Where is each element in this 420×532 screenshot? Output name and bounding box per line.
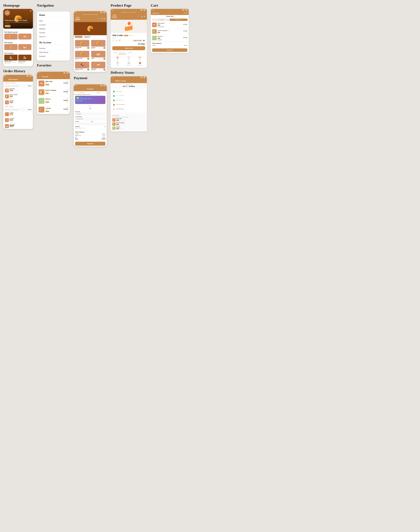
checkout-button[interactable]: Checkout bbox=[152, 48, 187, 52]
pay-subtotal-row: Subtotal $29.50 bbox=[75, 133, 105, 135]
cart-order-summary: Order Summary Subtotal $29.50 bbox=[151, 42, 189, 47]
croissant-add[interactable]: + bbox=[103, 47, 105, 49]
product-info-section: Mille Feuille Pastries ⭐ 4.6 20 pc left … bbox=[111, 33, 147, 68]
cart-item-3-variant[interactable]: Pistachio ▾ bbox=[158, 39, 162, 41]
kouign-add[interactable]: + bbox=[87, 47, 89, 49]
croissant-heart[interactable]: ♡ bbox=[104, 40, 105, 42]
homepage-phone: 🥐 ☰ PATCHÉRIE Welcome to Patisserie Chér… bbox=[3, 9, 33, 66]
canele-heart[interactable]: ♡ bbox=[104, 51, 105, 53]
mille-add[interactable]: + bbox=[103, 69, 105, 71]
fav-add-3[interactable]: + bbox=[63, 101, 68, 104]
ing-eggs: 🥚 Eggs bbox=[112, 56, 123, 60]
order-button[interactable]: Order bbox=[5, 25, 11, 27]
paypal-tab[interactable]: Paypal bbox=[90, 91, 107, 95]
tab-ingredients[interactable]: Ingredients bbox=[118, 51, 126, 54]
ingredient-grid: 🥚 Eggs 🥛 Milk 🌾 Flour 🧂 Sugar bbox=[112, 55, 145, 67]
nav-payments[interactable]: Payments bbox=[39, 54, 68, 58]
timeline-box: Order Placed 10-28-22 9:00am Order Confi… bbox=[112, 89, 146, 113]
cart-share-icon[interactable]: ↗ bbox=[183, 12, 185, 14]
add-to-cart-button[interactable]: Add to Cart bbox=[112, 46, 145, 50]
prod-cart-icon[interactable]: 🛍 bbox=[141, 16, 143, 17]
oh-header: ← Order History bbox=[3, 77, 33, 82]
fav-add-2[interactable]: + bbox=[63, 92, 68, 95]
eclair-add[interactable]: + bbox=[87, 69, 89, 71]
nav-chatbot[interactable]: Chat Bot bbox=[39, 31, 68, 35]
fullname-input[interactable] bbox=[75, 113, 105, 115]
eclair-heart[interactable]: ♡ bbox=[88, 62, 89, 63]
oh-item-1: 🍰 Mille Feuille Pastries Straw & Cream $… bbox=[3, 87, 33, 93]
fav-heart-4[interactable]: ♥ bbox=[63, 107, 68, 108]
pain-heart[interactable]: ♡ bbox=[88, 51, 89, 53]
nav-favorites[interactable]: Favorites bbox=[39, 46, 68, 50]
product-mille: 🍰 ♡ Mille Fuille $5.50/pc + bbox=[90, 61, 106, 71]
nav-about[interactable]: About Us bbox=[39, 35, 68, 39]
product-heart-icon[interactable]: ♡ bbox=[144, 21, 146, 23]
card-page-dots bbox=[74, 105, 107, 107]
fav-add-4[interactable]: + bbox=[63, 110, 68, 113]
tab-allergens[interactable]: Allergens bbox=[126, 51, 133, 54]
pay-total-row: Total $38.10 bbox=[75, 138, 105, 140]
add-card-icon[interactable]: ⊕ bbox=[74, 107, 107, 110]
fav-heart-2[interactable]: ♥ bbox=[63, 89, 68, 91]
oh-back-icon[interactable]: ← bbox=[5, 78, 7, 80]
ing-strawberries: 🍓 Strawberries bbox=[135, 61, 145, 66]
fav-item-2: 🍞 Pain De Campagne ⭐ 4.6 Breads - ♥ $6.5… bbox=[37, 88, 70, 97]
search-icon[interactable]: 🔍 bbox=[98, 18, 100, 20]
menu-hamburger-icon[interactable]: ☰ bbox=[104, 18, 105, 20]
fav-add-1[interactable]: + bbox=[63, 84, 68, 86]
pickup-tab[interactable]: Pickup 🏠 bbox=[152, 19, 170, 21]
shipping-dropdown-arrow[interactable]: ▾ bbox=[105, 126, 105, 128]
product-kouign: 🥐 ♡ Kouign Amann $3.00/pc + bbox=[75, 39, 90, 50]
cardnum-field: Card Number bbox=[75, 116, 105, 120]
cardnum-input[interactable] bbox=[75, 118, 105, 120]
cart-close-icon[interactable]: ✕ bbox=[186, 12, 187, 14]
card-number-display: 5124 7912 3412 7453 bbox=[76, 98, 104, 100]
product-canele: 🍮 ♡ Canelé + bbox=[90, 50, 106, 60]
hero-title: Welcome to Patisserie Chérie bbox=[5, 19, 32, 21]
cart-phone: 9:00 ▌▌ ≋ ▌▌ Your Cart ↗ ✕ 6 Items Total… bbox=[151, 9, 189, 53]
product-image-area: 🍰 ♡ bbox=[111, 20, 147, 33]
nav-locations[interactable]: Locations bbox=[39, 23, 68, 27]
prod-search-icon[interactable]: 🔍 bbox=[138, 16, 140, 17]
cart-item-1-variant[interactable]: Straw & Cream ▾ bbox=[158, 26, 165, 27]
browse-header-icons: 🔍 🛍 ☰ bbox=[98, 18, 105, 20]
payment-phone: 9:00 ▌▌ ≋ ▌▌ ← Payment Credit Card Paypa… bbox=[74, 85, 107, 146]
nav-shipping[interactable]: Shipping bbox=[39, 27, 68, 31]
delivery-filter[interactable]: Delivery ▾ bbox=[83, 36, 91, 38]
tab-storing[interactable]: Storing bbox=[112, 51, 118, 54]
pay-delivery-row: Delivery Fee $3.99 bbox=[75, 135, 105, 136]
specials-label: This Months Specials bbox=[4, 31, 32, 33]
product-tabs: Storing Ingredients Allergens bbox=[112, 51, 145, 54]
prod-menu-icon[interactable]: ☰ bbox=[144, 16, 145, 17]
est-delivery: Estimated Delivery: Nov 2 bbox=[75, 128, 105, 129]
mille-heart[interactable]: ♡ bbox=[104, 62, 105, 63]
cvv-input[interactable] bbox=[91, 123, 105, 125]
product-page-label: Product Page bbox=[111, 3, 147, 8]
cart-icon[interactable]: 🛍 bbox=[101, 18, 103, 20]
delivery-tab[interactable]: Delivery 🚚 bbox=[170, 19, 188, 21]
pastries-filter[interactable]: Pastries ▾ bbox=[75, 36, 82, 38]
qty-decrease[interactable]: − bbox=[112, 39, 115, 42]
prod-header-icons: 🔍 🛍 ☰ bbox=[138, 16, 145, 17]
expiry-cvv-row: Ex Date CVV bbox=[75, 121, 105, 126]
pain-add[interactable]: + bbox=[87, 58, 89, 60]
fav-heart-3[interactable]: ♥ bbox=[63, 98, 68, 100]
fav-heart-1[interactable]: ♥ bbox=[63, 80, 68, 82]
step-shipped: Ordered Shipped bbox=[113, 104, 144, 107]
nav-order-history[interactable]: Order History bbox=[39, 50, 68, 54]
favorites-phone: 9:00 ▌▌ ≋ ▌▌ ← Favorites 🍰 Mille Feuille… bbox=[37, 72, 70, 114]
payment-form: Full Name Card Number Ex Date CVV bbox=[74, 110, 107, 130]
variant-selector[interactable]: Straw & Cream bbox=[132, 40, 145, 42]
nav-menu[interactable]: Menu bbox=[39, 19, 68, 23]
qty-increase[interactable]: + bbox=[118, 39, 121, 42]
oh-status-bar: 9:00 ▌▌ ≋ ▌▌ bbox=[3, 75, 33, 77]
kouign-heart[interactable]: ♡ bbox=[88, 40, 89, 42]
canele-add[interactable]: + bbox=[103, 58, 105, 60]
pay-now-button[interactable]: Pay Now bbox=[75, 142, 105, 146]
delivery-back-icon[interactable]: ← bbox=[113, 80, 114, 82]
exdate-input[interactable] bbox=[75, 123, 90, 125]
menu-icon[interactable]: ☰ bbox=[30, 10, 32, 12]
product-stock: 20 pc left bbox=[112, 37, 145, 39]
credit-card-tab[interactable]: Credit Card bbox=[74, 91, 90, 95]
fav-back-icon[interactable]: ← bbox=[39, 75, 41, 78]
